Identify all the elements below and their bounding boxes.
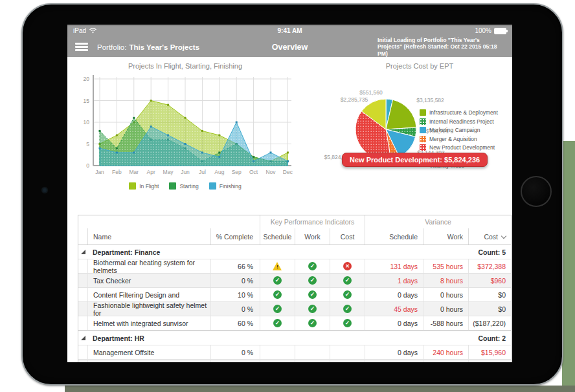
svg-text:Jun: Jun bbox=[181, 169, 190, 175]
variance-value: $372,388 bbox=[468, 259, 511, 273]
kpi-cell: ✕ bbox=[330, 259, 365, 273]
pie-legend-item-new-product-development[interactable]: New Product Development bbox=[420, 144, 498, 151]
svg-text:Jan: Jan bbox=[95, 169, 104, 175]
pie-value-label: $3,135,582 bbox=[416, 97, 444, 103]
kpi-cell: ✓ bbox=[295, 288, 330, 301]
legend-swatch-icon bbox=[209, 182, 216, 190]
app-header: Portfolio:This Year's Projects Overview … bbox=[67, 37, 512, 57]
kpi-cell: ✓ bbox=[260, 316, 295, 330]
kpi-ok-icon: ✓ bbox=[343, 319, 352, 327]
svg-text:Mar: Mar bbox=[129, 169, 139, 175]
column-header-kpi-work[interactable]: Work bbox=[295, 228, 330, 245]
pie-legend-item-merger-aquisition[interactable]: Merger & Aquisition bbox=[420, 136, 498, 142]
variance-value: 0 hours bbox=[423, 360, 468, 362]
pie-chart: Projects Cost by EPT $551,560$3,135,582$… bbox=[306, 62, 512, 215]
legend-swatch-icon bbox=[420, 109, 426, 116]
kpi-cell: ✓ bbox=[330, 302, 365, 316]
svg-text:20: 20 bbox=[84, 76, 90, 82]
status-bar: iPad 9:41 AM 100% bbox=[67, 25, 512, 37]
column-header-var-schedule[interactable]: Schedule bbox=[365, 228, 423, 245]
percent-complete: 0 % bbox=[210, 345, 260, 359]
project-name: Content Filtering Design and bbox=[87, 288, 210, 301]
variance-value: 0 days bbox=[365, 288, 423, 301]
percent-complete: 0 % bbox=[210, 274, 260, 287]
legend-swatch-icon bbox=[420, 127, 426, 133]
legend-label: Finishing bbox=[220, 183, 242, 190]
svg-text:5: 5 bbox=[86, 141, 89, 147]
department-count: Count: 5 bbox=[440, 245, 511, 259]
kpi-ok-icon: ✓ bbox=[273, 276, 282, 285]
variance-value: 240 hours bbox=[423, 345, 468, 359]
kpi-cell: ✓ bbox=[330, 288, 365, 301]
collapse-caret-icon[interactable] bbox=[81, 250, 85, 254]
department-row[interactable]: Department: HRCount: 2 bbox=[78, 331, 511, 345]
legend-item-finishing[interactable]: Finishing bbox=[209, 182, 242, 190]
variance-group-header: Variance bbox=[365, 215, 511, 228]
svg-text:Dec: Dec bbox=[283, 169, 293, 175]
project-name: Fashionable lightweight safety helmet fo… bbox=[87, 302, 210, 316]
percent-complete: 10 % bbox=[210, 288, 260, 301]
department-row[interactable]: Department: FinanceCount: 5 bbox=[78, 245, 511, 259]
kpi-ok-icon: ✓ bbox=[308, 262, 317, 270]
pie-legend-item-marketing-campaign[interactable]: Marketing Campaign bbox=[420, 127, 498, 133]
ipad-screen: iPad 9:41 AM 100% Portfolio:This Year's … bbox=[67, 25, 512, 362]
refresh-status-message: Initial Loading of Portfolio "This Year'… bbox=[378, 37, 506, 57]
project-name: Management Offsite bbox=[87, 345, 210, 359]
variance-value: 535 hours bbox=[423, 259, 468, 273]
kpi-cell bbox=[330, 345, 365, 359]
department-name: Department: Finance bbox=[87, 245, 440, 259]
table-row[interactable]: Fashionable lightweight safety helmet fo… bbox=[78, 302, 511, 316]
legend-swatch-icon bbox=[420, 136, 426, 142]
pie-tooltip: New Product Development: $5,824,236 bbox=[342, 153, 488, 167]
variance-value: 45 days bbox=[365, 302, 423, 316]
table-row[interactable]: Biothermal ear heating system for helmet… bbox=[78, 259, 511, 274]
variance-value: ($187,220) bbox=[468, 316, 511, 330]
screenshot-stage: iPad 9:41 AM 100% Portfolio:This Year's … bbox=[0, 0, 575, 392]
legend-label: New Product Development bbox=[429, 144, 495, 151]
variance-value: 0 days bbox=[365, 316, 423, 330]
kpi-ok-icon: ✓ bbox=[343, 276, 352, 285]
column-header-var-cost[interactable]: Cost bbox=[468, 228, 511, 245]
home-button[interactable] bbox=[521, 176, 552, 207]
legend-label: Infrastructure & Deployment bbox=[429, 109, 498, 116]
legend-swatch-icon bbox=[129, 182, 136, 190]
kpi-group-header: Key Performance Indicators bbox=[260, 215, 365, 228]
svg-text:Aug: Aug bbox=[214, 169, 224, 175]
pie-value-label: $551,560 bbox=[359, 89, 383, 96]
legend-item-starting[interactable]: Starting bbox=[169, 182, 198, 190]
table-row[interactable]: Warehouse Pick-n-Pack solution0 %✓✓✓36 d… bbox=[78, 360, 511, 362]
area-chart-title: Projects In Flight, Starting, Finishing bbox=[71, 62, 299, 70]
column-header-name[interactable]: Name bbox=[87, 228, 210, 245]
kpi-cell: ✓ bbox=[260, 288, 295, 301]
table-row[interactable]: Management Offsite0 %0 days240 hours$15,… bbox=[78, 345, 511, 360]
kpi-warning-icon: ! bbox=[273, 262, 282, 270]
kpi-cell: ! bbox=[260, 259, 295, 273]
kpi-ok-icon: ✓ bbox=[308, 305, 317, 313]
svg-text:Jul: Jul bbox=[199, 169, 206, 175]
kpi-ok-icon: ✓ bbox=[343, 305, 352, 313]
column-header-var-work[interactable]: Work bbox=[423, 228, 468, 245]
projects-table: Key Performance Indicators Variance Name… bbox=[78, 215, 512, 362]
column-header-kpi-cost[interactable]: Cost bbox=[330, 228, 365, 245]
pie-legend-item-infrastructure-deployment[interactable]: Infrastructure & Deployment bbox=[420, 109, 498, 116]
legend-item-in-flight[interactable]: In Flight bbox=[129, 182, 159, 190]
kpi-ok-icon: ✓ bbox=[343, 290, 352, 299]
variance-value: ($9,760) bbox=[468, 360, 511, 362]
percent-complete: 0 % bbox=[210, 302, 260, 316]
variance-value: $15,960 bbox=[468, 345, 511, 359]
column-header-complete[interactable]: % Complete bbox=[210, 228, 260, 245]
column-header-kpi-schedule[interactable]: Schedule bbox=[260, 228, 295, 245]
kpi-ok-icon: ✓ bbox=[273, 290, 282, 299]
table-row[interactable]: Helmet with integrated sunvisor60 %✓✓✓0 … bbox=[78, 316, 511, 331]
pie-legend-item-internal-readiness-project[interactable]: Internal Readiness Project bbox=[420, 118, 498, 125]
legend-label: Starting bbox=[179, 183, 198, 190]
table-row[interactable]: Content Filtering Design and10 %✓✓✓0 day… bbox=[78, 288, 511, 302]
percent-complete: 66 % bbox=[210, 259, 260, 273]
collapse-caret-icon[interactable] bbox=[81, 336, 85, 340]
backdrop-bottom bbox=[65, 386, 575, 392]
project-name: Biothermal ear heating system for helmet… bbox=[87, 259, 210, 273]
table-row[interactable]: Tax Checker0 %✓✓✓1 days8 hours$960 bbox=[78, 274, 511, 288]
area-chart-legend: In FlightStartingFinishing bbox=[71, 182, 299, 190]
area-chart: Projects In Flight, Starting, Finishing … bbox=[71, 62, 299, 190]
svg-text:0: 0 bbox=[86, 162, 89, 169]
